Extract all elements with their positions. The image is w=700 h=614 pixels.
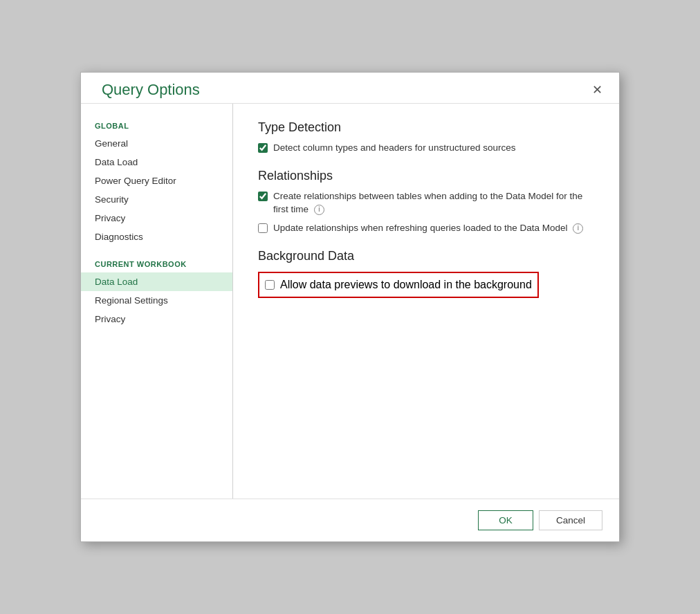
- detect-column-types-checkbox[interactable]: [258, 143, 268, 153]
- type-detection-section: Type Detection Detect column types and h…: [258, 120, 594, 155]
- close-button[interactable]: ✕: [587, 81, 608, 99]
- type-detection-heading: Type Detection: [258, 120, 594, 135]
- sidebar-item-power-query-editor[interactable]: Power Query Editor: [81, 171, 232, 190]
- dialog-footer: OK Cancel: [81, 499, 619, 541]
- main-content: Type Detection Detect column types and h…: [233, 104, 619, 499]
- allow-background-download-checkbox[interactable]: [265, 280, 275, 290]
- create-relationships-label: Create relationships between tables when…: [273, 190, 594, 216]
- update-relationships-info-icon: i: [573, 223, 583, 234]
- sidebar-item-privacy[interactable]: Privacy: [81, 209, 232, 227]
- background-data-heading: Background Data: [258, 249, 594, 263]
- cancel-button[interactable]: Cancel: [539, 510, 602, 530]
- global-section-label: GLOBAL: [81, 115, 232, 134]
- sidebar-item-data-load[interactable]: Data Load: [81, 153, 232, 171]
- type-detection-checkbox-row: Detect column types and headers for unst…: [258, 142, 594, 155]
- dialog-body: GLOBAL General Data Load Power Query Edi…: [81, 103, 619, 499]
- sidebar-item-data-load-wb[interactable]: Data Load: [81, 272, 232, 291]
- sidebar-item-diagnostics[interactable]: Diagnostics: [81, 227, 232, 246]
- relationships-section: Relationships Create relationships betwe…: [258, 169, 594, 235]
- sidebar: GLOBAL General Data Load Power Query Edi…: [81, 104, 233, 499]
- sidebar-item-general[interactable]: General: [81, 134, 232, 153]
- background-data-highlighted-row: Allow data previews to download in the b…: [258, 272, 539, 298]
- query-options-dialog: Query Options ✕ GLOBAL General Data Load…: [80, 72, 620, 542]
- ok-button[interactable]: OK: [478, 510, 533, 530]
- sidebar-item-regional-settings[interactable]: Regional Settings: [81, 291, 232, 310]
- create-relationships-checkbox-row: Create relationships between tables when…: [258, 190, 594, 216]
- create-relationships-checkbox[interactable]: [258, 192, 268, 201]
- relationships-heading: Relationships: [258, 169, 594, 183]
- update-relationships-label: Update relationships when refreshing que…: [273, 222, 583, 235]
- sidebar-item-security[interactable]: Security: [81, 190, 232, 209]
- dialog-titlebar: Query Options ✕: [81, 73, 619, 103]
- current-workbook-section-label: CURRENT WORKBOOK: [81, 253, 232, 272]
- update-relationships-checkbox-row: Update relationships when refreshing que…: [258, 222, 594, 235]
- create-relationships-info-icon: i: [314, 205, 324, 215]
- dialog-title: Query Options: [102, 81, 200, 99]
- background-data-section: Background Data Allow data previews to d…: [258, 249, 594, 298]
- allow-background-download-label: Allow data previews to download in the b…: [280, 277, 532, 292]
- detect-column-types-label: Detect column types and headers for unst…: [273, 142, 515, 155]
- update-relationships-checkbox[interactable]: [258, 223, 268, 233]
- sidebar-item-privacy-wb[interactable]: Privacy: [81, 310, 232, 328]
